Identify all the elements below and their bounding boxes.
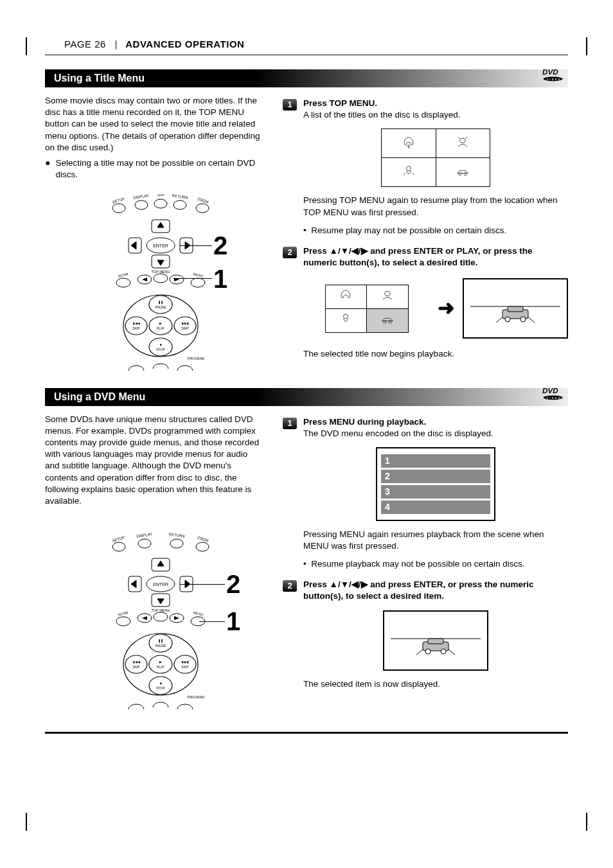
bullet-icon: ●	[45, 157, 50, 181]
svg-point-68	[170, 539, 183, 548]
svg-text:PAUSE: PAUSE	[155, 305, 166, 309]
svg-text:TOP MENU: TOP MENU	[152, 270, 170, 274]
svg-text:PAUSE: PAUSE	[155, 644, 166, 648]
step-badge: 1	[283, 99, 297, 111]
svg-point-67	[138, 539, 151, 548]
svg-rect-56	[508, 306, 523, 312]
svg-point-66	[112, 542, 125, 551]
section-title: ADVANCED OPERATION	[125, 39, 244, 49]
title-menu-intro: Some movie discs may contain two or more…	[45, 95, 263, 154]
step1-after1: Pressing MENU again resumes playback fro…	[303, 529, 568, 552]
svg-text:▮◀◀: ▮◀◀	[133, 321, 140, 325]
label-return: RETURN	[172, 194, 188, 200]
step2-after: The selected title now begins playback.	[303, 348, 568, 360]
svg-text:PLAY: PLAY	[157, 326, 165, 330]
svg-text:▶▶▮: ▶▶▮	[182, 321, 189, 325]
svg-text:▶: ▶	[159, 321, 162, 325]
svg-text:SKIP: SKIP	[181, 326, 189, 330]
svg-point-48	[385, 291, 390, 296]
step-badge: 1	[283, 418, 297, 429]
svg-point-7	[196, 204, 209, 213]
svg-point-5	[154, 199, 167, 208]
arrow-right-icon: ➜	[438, 294, 455, 322]
svg-point-3	[112, 204, 125, 213]
svg-text:PLAY: PLAY	[157, 665, 165, 669]
svg-rect-111	[428, 639, 443, 644]
svg-point-69	[196, 542, 209, 551]
callout-2: 2	[213, 231, 227, 260]
menu-item: 2	[381, 470, 490, 483]
label-setup: SETUP	[112, 197, 125, 204]
svg-text:DVD: DVD	[542, 386, 558, 394]
step-badge: 2	[283, 247, 297, 258]
svg-text:PROGRAM: PROGRAM	[188, 357, 204, 360]
svg-point-113	[441, 649, 446, 654]
svg-point-4	[135, 200, 148, 209]
title-menu-note: ● Selecting a title may not be possible …	[45, 157, 263, 181]
label-display: DISPLAY	[133, 194, 149, 200]
menu-item: 1	[381, 454, 490, 468]
svg-point-93	[174, 655, 196, 673]
svg-point-30	[174, 317, 196, 335]
section-heading-dvd-menu: Using a DVD Menu DVDV I D E O	[45, 388, 568, 406]
label-gui: GUI	[157, 194, 164, 197]
svg-point-20	[116, 278, 130, 287]
svg-text:TOP MENU: TOP MENU	[152, 608, 170, 612]
footer-rule	[45, 732, 568, 734]
step-badge: 2	[283, 580, 297, 592]
svg-point-95	[149, 677, 172, 695]
step1-body: A list of the titles on the disc is disp…	[303, 109, 568, 121]
callout-1: 1	[213, 265, 227, 294]
svg-point-32	[149, 338, 172, 356]
section-heading-title-menu: Using a Title Menu DVDV I D E O	[45, 69, 568, 87]
svg-text:ENTER: ENTER	[153, 582, 168, 587]
svg-point-57	[505, 317, 510, 322]
svg-text:▶▶▮: ▶▶▮	[182, 660, 189, 664]
menu-item: 4	[381, 500, 490, 514]
step1-after2: Resume playback may not be possible on c…	[311, 559, 524, 569]
svg-text:■: ■	[159, 681, 161, 685]
svg-text:SLOW: SLOW	[118, 610, 129, 617]
svg-text:SKIP: SKIP	[132, 326, 140, 330]
dvd-menu-illustration: 1 2 3 4	[376, 447, 495, 521]
svg-text:❚❚: ❚❚	[158, 300, 163, 305]
page-number: PAGE 26	[64, 39, 106, 49]
step2-title: Press ▲/▼/◀/▶ and press ENTER, or press …	[303, 579, 568, 602]
svg-point-91	[149, 634, 172, 652]
step1-after1: Pressing TOP MENU again to resume play f…	[303, 195, 568, 218]
svg-point-112	[425, 649, 431, 654]
remote-diagram: SETUP DISPLAY RETURN ZOOM	[45, 533, 263, 713]
svg-text:DISPLAY: DISPLAY	[136, 533, 152, 538]
svg-point-22	[154, 274, 168, 283]
svg-text:STOP: STOP	[156, 348, 165, 351]
svg-point-44	[460, 138, 465, 143]
callout-1: 1	[226, 607, 240, 636]
title-list-illustration	[381, 128, 490, 187]
svg-point-58	[520, 317, 526, 322]
step2-title: Press ▲/▼/◀/▶ and press ENTER or PLAY, o…	[303, 245, 568, 269]
svg-text:❚❚: ❚❚	[158, 639, 163, 643]
svg-text:ZOOM: ZOOM	[197, 536, 209, 543]
step1-title: Press TOP MENU.	[303, 98, 568, 109]
menu-item: 3	[381, 485, 490, 499]
step1-body: The DVD menu encoded on the disc is disp…	[303, 428, 568, 439]
svg-point-92	[125, 655, 147, 673]
svg-text:▶: ▶	[159, 660, 162, 664]
svg-text:SKIP: SKIP	[181, 665, 189, 669]
svg-text:SETUP: SETUP	[112, 535, 125, 543]
svg-point-83	[116, 617, 130, 626]
step2-illustration	[303, 610, 568, 671]
dvd-video-logo-icon: DVDV I D E O	[542, 384, 574, 403]
playback-screen-illustration	[463, 278, 568, 339]
dvd-video-logo-icon: DVDV I D E O	[542, 66, 574, 85]
callout-2: 2	[226, 570, 240, 599]
svg-text:▮◀◀: ▮◀◀	[133, 660, 140, 664]
svg-text:SKIP: SKIP	[132, 665, 140, 669]
svg-point-94	[149, 655, 172, 673]
label-enter: ENTER	[153, 244, 168, 248]
step2-after: The selected item is now displayed.	[303, 678, 568, 690]
svg-point-6	[173, 200, 186, 209]
svg-point-31	[149, 317, 172, 335]
svg-text:■: ■	[159, 342, 161, 346]
svg-text:STOP: STOP	[156, 686, 165, 690]
